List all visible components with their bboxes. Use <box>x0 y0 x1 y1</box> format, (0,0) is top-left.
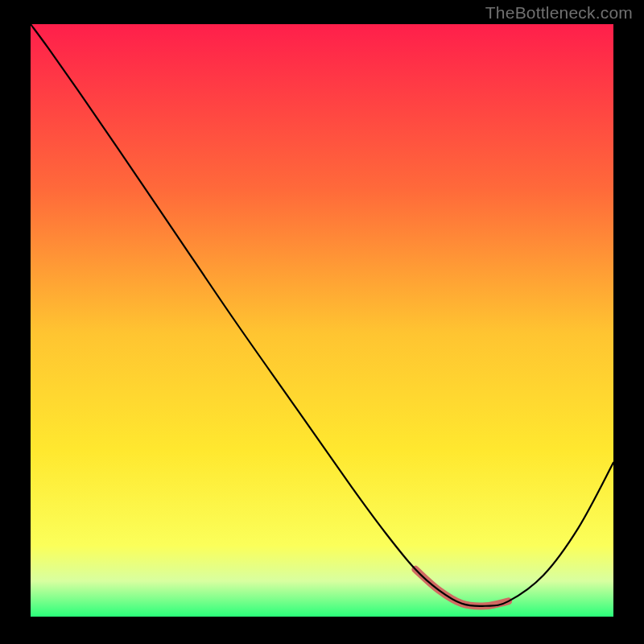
bottleneck-chart <box>31 24 613 617</box>
gradient-background <box>31 24 613 617</box>
app-frame: TheBottleneck.com <box>0 0 644 644</box>
watermark-text: TheBottleneck.com <box>485 3 633 23</box>
chart-area <box>31 24 613 617</box>
